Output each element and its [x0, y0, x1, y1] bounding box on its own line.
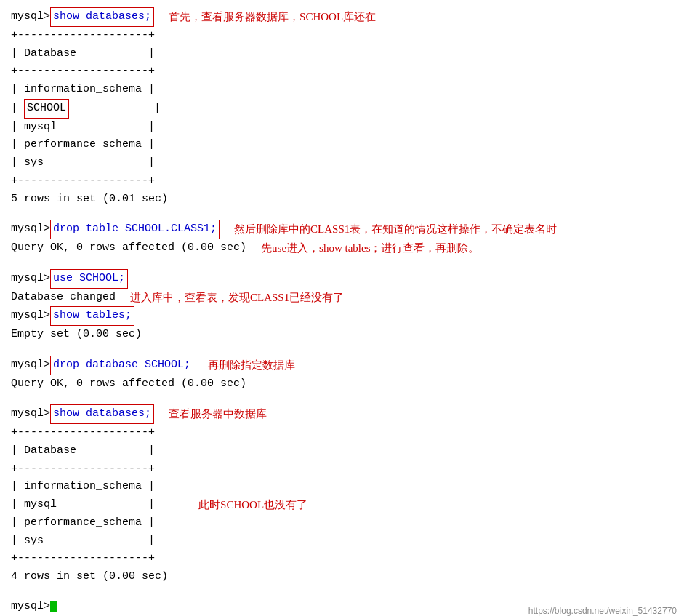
- prompt-drop-db: mysql>: [11, 356, 50, 375]
- output-perf-schema-1: | performance_schema |: [11, 136, 673, 154]
- comment-no-school: 此时SCHOOL也没有了: [198, 496, 307, 514]
- section-use-school: mysql>use SCHOOL; Database changed 进入库中，…: [11, 269, 673, 344]
- output-mysql-2: | mysql |: [11, 496, 155, 514]
- output-sys-2: | sys |: [11, 532, 673, 551]
- prompt-1: mysql>: [11, 8, 50, 26]
- output-table-border-1c: +--------------------+: [11, 172, 673, 191]
- output-db-header: | Database |: [11, 45, 673, 63]
- output-db-changed: Database changed: [11, 289, 116, 307]
- comment-drop-table: 然后删除库中的CLASS1表，在知道的情况这样操作，不确定表名时: [234, 220, 557, 239]
- terminal: mysql>show databases; 首先，查看服务器数据库，SCHOOL…: [11, 7, 673, 616]
- comment-show-databases-1: 首先，查看服务器数据库，SCHOOL库还在: [169, 8, 376, 26]
- command-drop-table: drop table SCHOOL.CLASS1;: [50, 220, 220, 239]
- command-show-tables: show tables;: [50, 306, 134, 326]
- output-rows-2: 4 rows in set (0.00 sec): [11, 568, 673, 586]
- output-table-border-1a: +--------------------+: [11, 27, 673, 45]
- command-line-1: mysql>show databases; 首先，查看服务器数据库，SCHOOL…: [11, 7, 673, 27]
- prompt-use-school: mysql>: [11, 270, 50, 288]
- output-rows-1: 5 rows in set (0.01 sec): [11, 191, 673, 209]
- output-perf-schema-2: | performance_schema |: [11, 514, 673, 532]
- section-drop-database: mysql>drop database SCHOOL; 再删除指定数据库 Que…: [11, 356, 673, 393]
- output-empty-set: Empty set (0.00 sec): [11, 326, 673, 344]
- output-db-header-2: | Database |: [11, 442, 673, 460]
- command-line-show-databases-2: mysql>show databases; 查看服务器中数据库: [11, 404, 673, 424]
- prompt-show-databases-2: mysql>: [11, 405, 50, 423]
- command-line-drop-db: mysql>drop database SCHOOL; 再删除指定数据库: [11, 356, 673, 375]
- watermark: https://blog.csdn.net/weixin_51432770: [528, 606, 677, 616]
- cursor: [50, 601, 57, 612]
- command-show-databases-1: show databases;: [50, 7, 154, 27]
- command-line-drop-table: mysql>drop table SCHOOL.CLASS1; 然后删除库中的C…: [11, 220, 673, 239]
- output-table-border-2c: +--------------------+: [11, 550, 673, 568]
- output-drop-table-line: Query OK, 0 rows affected (0.00 sec) 先us…: [11, 239, 673, 257]
- comment-use-school: 进入库中，查看表，发现CLASS1已经没有了: [130, 289, 344, 307]
- output-drop-table-result: Query OK, 0 rows affected (0.00 sec): [11, 239, 246, 257]
- command-drop-db: drop database SCHOOL;: [50, 356, 193, 375]
- command-line-show-tables: mysql>show tables;: [11, 306, 673, 326]
- output-mysql-1: | mysql |: [11, 119, 673, 137]
- command-use-school: use SCHOOL;: [50, 269, 128, 289]
- output-info-schema-2: | information_schema |: [11, 478, 673, 496]
- output-table-border-2b: +--------------------+: [11, 460, 673, 479]
- command-line-use-school: mysql>use SCHOOL;: [11, 269, 673, 289]
- output-pipe-school: |: [11, 100, 24, 118]
- output-db-changed-line: Database changed 进入库中，查看表，发现CLASS1已经没有了: [11, 289, 673, 307]
- final-prompt: mysql>: [11, 598, 50, 616]
- output-table-border-2a: +--------------------+: [11, 424, 673, 442]
- section-show-databases-1: mysql>show databases; 首先，查看服务器数据库，SCHOOL…: [11, 7, 673, 208]
- output-table-border-1b: +--------------------+: [11, 63, 673, 81]
- output-info-schema-1: | information_schema |: [11, 81, 673, 99]
- school-highlight: SCHOOL: [24, 99, 69, 119]
- output-pipe-school-end: |: [69, 100, 161, 118]
- comment-drop-table-2: 先use进入，show tables；进行查看，再删除。: [261, 239, 479, 257]
- output-mysql-2-line: | mysql | 此时SCHOOL也没有了: [11, 496, 673, 514]
- prompt-drop-table: mysql>: [11, 220, 50, 239]
- output-drop-db-result: Query OK, 0 rows affected (0.00 sec): [11, 375, 673, 393]
- prompt-show-tables: mysql>: [11, 307, 50, 325]
- section-drop-table: mysql>drop table SCHOOL.CLASS1; 然后删除库中的C…: [11, 220, 673, 257]
- comment-show-databases-2: 查看服务器中数据库: [169, 405, 267, 423]
- output-school-line: | SCHOOL |: [11, 99, 673, 119]
- output-sys-1: | sys |: [11, 154, 673, 172]
- comment-drop-db: 再删除指定数据库: [208, 356, 295, 375]
- section-show-databases-2: mysql>show databases; 查看服务器中数据库 +-------…: [11, 404, 673, 586]
- command-show-databases-2: show databases;: [50, 404, 154, 424]
